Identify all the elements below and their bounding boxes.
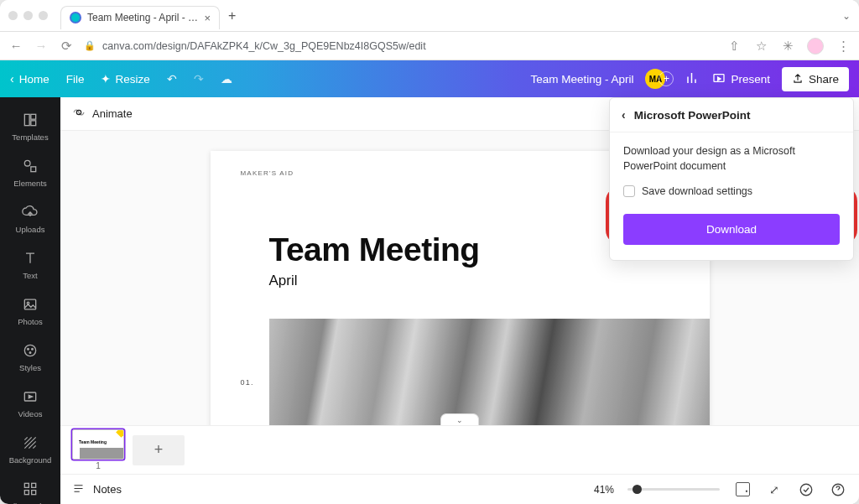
slide-brand-text[interactable]: MAKER'S AID xyxy=(241,169,294,177)
left-sidebar: Templates Elements Uploads Text Photos S… xyxy=(0,97,60,504)
forward-button[interactable]: → xyxy=(34,39,49,53)
window-controls[interactable] xyxy=(8,11,48,20)
resize-label: Resize xyxy=(115,73,149,86)
zoom-slider[interactable] xyxy=(627,488,720,491)
sidebar-item-videos[interactable]: Videos xyxy=(0,381,60,425)
checkmark-status-icon[interactable] xyxy=(797,481,815,499)
magic-resize-icon: ✦ xyxy=(101,72,111,86)
slide-title-text[interactable]: Team Meeting xyxy=(269,231,480,268)
photos-icon xyxy=(21,295,39,314)
notes-icon xyxy=(72,482,85,497)
panel-description: Download your design as a Microsoft Powe… xyxy=(623,144,840,174)
sidebar-item-all-designs[interactable]: All your de... xyxy=(0,473,60,504)
sidebar-item-background[interactable]: Background xyxy=(0,427,60,471)
slide-page-number[interactable]: 01. xyxy=(241,378,254,387)
add-collaborator-button[interactable]: + xyxy=(659,71,674,86)
share-url-icon[interactable]: ⇧ xyxy=(726,39,742,54)
chevron-down-icon[interactable]: ⌄ xyxy=(842,10,851,22)
share-button[interactable]: Share xyxy=(782,67,849,91)
bookmark-icon[interactable]: ☆ xyxy=(753,39,768,54)
svg-point-8 xyxy=(24,345,35,356)
uploads-icon xyxy=(21,203,39,221)
svg-point-9 xyxy=(28,349,29,351)
fullscreen-button[interactable]: ⤢ xyxy=(765,481,784,499)
analytics-icon[interactable] xyxy=(685,70,700,88)
maximize-window-icon[interactable] xyxy=(39,11,48,20)
svg-rect-13 xyxy=(24,483,29,487)
animate-icon xyxy=(72,106,86,122)
sidebar-item-elements[interactable]: Elements xyxy=(0,150,60,195)
styles-icon xyxy=(21,341,39,360)
home-label: Home xyxy=(19,73,49,86)
browser-window: Team Meeting - April - Presen × + ⌄ ← → … xyxy=(0,0,859,504)
svg-rect-3 xyxy=(31,121,36,126)
redo-icon[interactable]: ↷ xyxy=(194,72,204,86)
footer-bar: Notes 41% ▪ ⤢ xyxy=(60,474,859,504)
zoom-slider-handle[interactable] xyxy=(633,485,642,494)
sidebar-item-photos[interactable]: Photos xyxy=(0,288,60,333)
help-button[interactable] xyxy=(829,481,847,499)
save-settings-label: Save download settings xyxy=(642,185,752,197)
svg-rect-1 xyxy=(24,114,29,125)
sidebar-item-text[interactable]: Text xyxy=(0,242,60,287)
menu-icon[interactable]: ⋮ xyxy=(836,39,851,54)
minimize-window-icon[interactable] xyxy=(23,11,33,20)
undo-icon[interactable]: ↶ xyxy=(167,72,177,86)
sidebar-item-styles[interactable]: Styles xyxy=(0,335,60,379)
svg-point-18 xyxy=(800,484,812,496)
animate-button[interactable]: Animate xyxy=(92,107,133,120)
canva-top-toolbar: ‹ Home File ✦ Resize ↶ ↷ ☁ Team Meeting … xyxy=(0,60,859,97)
present-button[interactable]: Present xyxy=(712,72,770,86)
svg-rect-16 xyxy=(32,491,36,495)
add-page-button[interactable]: + xyxy=(133,435,185,465)
resize-button[interactable]: ✦ Resize xyxy=(101,72,149,86)
canva-favicon-icon xyxy=(70,12,81,23)
page-thumbnail-1[interactable]: Team Meeting 1 xyxy=(72,429,124,470)
extension-icon[interactable]: ✳ xyxy=(780,39,795,54)
download-panel: ‹ Microsoft PowerPoint Download your des… xyxy=(609,97,854,261)
share-label: Share xyxy=(809,73,839,86)
slide-photo[interactable] xyxy=(269,319,710,425)
profile-avatar-icon[interactable] xyxy=(807,38,824,55)
browser-tab[interactable]: Team Meeting - April - Presen × xyxy=(60,6,220,29)
checkbox-icon[interactable] xyxy=(623,185,635,197)
document-title[interactable]: Team Meeting - April xyxy=(530,73,633,86)
workspace: Animate MAKER'S AID Team Meeting April 0… xyxy=(60,97,859,504)
download-button[interactable]: Download xyxy=(623,214,840,245)
tab-close-icon[interactable]: × xyxy=(204,12,211,24)
close-window-icon[interactable] xyxy=(8,11,18,20)
browser-titlebar: Team Meeting - April - Presen × + ⌄ xyxy=(0,0,859,32)
expand-pages-button[interactable]: ⌄ xyxy=(440,413,479,425)
templates-icon xyxy=(21,111,39,129)
zoom-level[interactable]: 41% xyxy=(594,484,614,496)
new-tab-button[interactable]: + xyxy=(220,8,244,23)
sidebar-item-uploads[interactable]: Uploads xyxy=(0,196,60,241)
reload-button[interactable]: ⟳ xyxy=(59,39,74,54)
svg-point-11 xyxy=(29,352,31,354)
svg-rect-5 xyxy=(31,167,36,172)
grid-view-button[interactable]: ▪ xyxy=(733,481,752,499)
save-settings-checkbox[interactable]: Save download settings xyxy=(623,185,840,197)
background-icon xyxy=(21,434,39,452)
svg-point-10 xyxy=(32,349,34,351)
text-icon xyxy=(21,249,39,268)
grid-icon xyxy=(21,480,39,498)
file-menu[interactable]: File xyxy=(66,73,85,86)
browser-address-bar: ← → ⟳ 🔒 canva.com/design/DAFAkZPK4_k/Cw_… xyxy=(0,32,859,60)
svg-rect-14 xyxy=(32,483,36,487)
url-field[interactable]: 🔒 canva.com/design/DAFAkZPK4_k/Cw_3g_PQE… xyxy=(84,40,716,52)
panel-back-button[interactable]: ‹ xyxy=(622,108,626,122)
notes-button[interactable]: Notes xyxy=(93,483,122,496)
panel-title: Microsoft PowerPoint xyxy=(634,109,751,122)
cloud-sync-icon[interactable]: ☁ xyxy=(221,72,232,86)
slide-subtitle-text[interactable]: April xyxy=(269,273,298,289)
svg-rect-15 xyxy=(24,491,29,495)
chevron-left-icon: ‹ xyxy=(10,72,14,86)
elements-icon xyxy=(21,157,39,175)
home-button[interactable]: ‹ Home xyxy=(10,72,49,86)
svg-rect-2 xyxy=(31,114,36,119)
url-text: canva.com/design/DAFAkZPK4_k/Cw_3g_PQE9E… xyxy=(102,40,426,52)
videos-icon xyxy=(21,387,39,406)
back-button[interactable]: ← xyxy=(8,39,23,53)
sidebar-item-templates[interactable]: Templates xyxy=(0,104,60,148)
